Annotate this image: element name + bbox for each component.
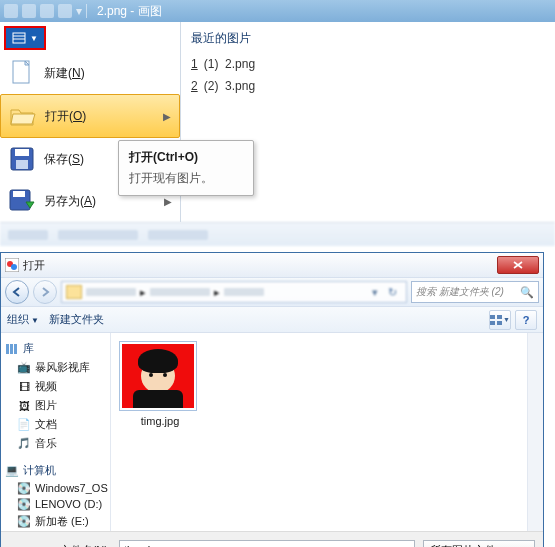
menu-label: 另存为(A) [44,193,96,210]
document-icon [12,32,26,44]
file-thumbnail [119,341,197,411]
recent-header: 最近的图片 [191,30,545,47]
svg-rect-0 [13,33,25,43]
avatar-face [141,359,175,393]
folder-icon [66,285,82,299]
paint-icon [4,4,18,18]
help-icon: ? [523,314,530,326]
svg-rect-12 [490,315,495,319]
redo-icon[interactable] [58,4,72,18]
dialog-toolbar: 组织▼ 新建文件夹 ▼ ? [1,307,543,333]
nav-tree[interactable]: 库 📺暴风影视库 🎞视频 🖼图片 📄文档 🎵音乐 💻计算机 💽Windows7_… [1,333,111,531]
paint-app-icon [5,258,19,272]
tooltip-body: 打开现有图片。 [129,170,243,187]
dialog-footer: 文件名(N): timg.jpg ▼ 所有图片文件 ▼ 打开(O) ▼ 取消 [1,531,543,547]
qat-dropdown-icon[interactable]: ▾ [76,4,82,18]
save-icon [8,145,36,173]
undo-icon[interactable] [40,4,54,18]
help-button[interactable]: ? [515,310,537,330]
close-button[interactable] [497,256,539,274]
nav-forward-button[interactable] [33,280,57,304]
tree-item[interactable]: 📄文档 [3,415,108,434]
search-icon: 🔍 [520,286,534,299]
submenu-arrow-icon: ▶ [164,196,172,207]
tree-item[interactable]: 📺暴风影视库 [3,358,108,377]
computer-icon: 💻 [5,465,19,477]
file-list[interactable]: timg.jpg [111,333,543,531]
documents-icon: 📄 [17,419,31,431]
file-name: timg.jpg [119,415,201,427]
close-icon [513,261,523,269]
tree-item[interactable]: 🎵音乐 [3,434,108,453]
svg-rect-16 [6,344,9,354]
arrow-right-icon [40,287,50,297]
chevron-down-icon: ▼ [30,34,38,43]
tree-item[interactable]: 💽LENOVO (D:) [3,496,108,512]
pictures-icon: 🖼 [17,400,31,412]
tree-computer[interactable]: 💻计算机 [3,461,108,480]
video-icon: 🎞 [17,381,31,393]
dialog-title: 打开 [23,258,45,273]
new-folder-button[interactable]: 新建文件夹 [49,312,104,327]
svg-rect-8 [13,191,25,197]
refresh-icon[interactable]: ↻ [382,286,402,299]
file-item[interactable]: timg.jpg [119,341,201,427]
svg-rect-6 [16,160,28,169]
filter-label: 所有图片文件 [430,543,496,548]
drive-icon: 💽 [17,516,31,528]
drive-icon: 💽 [17,482,31,494]
search-placeholder: 搜索 新建文件夹 (2) [416,285,504,299]
tree-item[interactable]: 💽新加卷 (E:) [3,512,108,531]
music-icon: 🎵 [17,438,31,450]
highlight-file-button: ▼ [4,26,46,50]
svg-rect-18 [14,344,17,354]
svg-rect-14 [490,321,495,325]
open-dialog: 打开 ▸ ▸ ▾ ↻ 搜索 新建文件夹 (2) 🔍 组织▼ 新建文件夹 ▼ ? [0,252,544,547]
library-icon [5,343,19,355]
search-input[interactable]: 搜索 新建文件夹 (2) 🔍 [411,281,539,303]
tree-library[interactable]: 库 [3,339,108,358]
tree-item[interactable]: 🎞视频 [3,377,108,396]
address-dropdown-icon[interactable]: ▾ [372,286,378,299]
tree-item[interactable]: 🖼图片 [3,396,108,415]
menu-item-new[interactable]: 新建(N) [0,52,180,94]
svg-rect-15 [497,321,502,325]
open-folder-icon [9,102,37,130]
thumbnails-icon [490,315,502,325]
view-mode-button[interactable]: ▼ [489,310,511,330]
submenu-arrow-icon: ▶ [163,111,171,122]
blurred-content [0,222,555,246]
paint-titlebar: ▾ 2.png - 画图 [0,0,555,22]
save-icon[interactable] [22,4,36,18]
filename-label: 文件名(N): [9,543,111,548]
recent-item[interactable]: 1(1) 2.png [191,57,545,71]
svg-rect-17 [10,344,13,354]
file-type-filter[interactable]: 所有图片文件 ▼ [423,540,535,547]
video-lib-icon: 📺 [17,362,31,374]
drive-icon: 💽 [17,498,31,510]
svg-rect-5 [15,149,29,156]
new-file-icon [8,59,36,87]
arrow-left-icon [12,287,22,297]
save-as-icon [8,187,36,215]
menu-label: 新建(N) [44,65,85,82]
menu-label: 保存(S) [44,151,84,168]
address-bar[interactable]: ▸ ▸ ▾ ↻ [61,281,407,303]
tooltip-open: 打开(Ctrl+O) 打开现有图片。 [118,140,254,196]
recent-item[interactable]: 2(2) 3.png [191,79,545,93]
filename-input[interactable]: timg.jpg ▼ [119,540,415,547]
organize-button[interactable]: 组织▼ [7,312,39,327]
file-menu-button[interactable]: ▼ [6,28,44,48]
menu-item-open[interactable]: 打开(O) ▶ [0,94,180,138]
menu-label: 打开(O) [45,108,86,125]
tree-item[interactable]: 💽Windows7_OS ( [3,480,108,496]
scrollbar[interactable] [527,333,543,531]
svg-rect-13 [497,315,502,319]
tooltip-title: 打开(Ctrl+O) [129,149,243,166]
nav-back-button[interactable] [5,280,29,304]
dialog-titlebar: 打开 [1,253,543,277]
dialog-nav-bar: ▸ ▸ ▾ ↻ 搜索 新建文件夹 (2) 🔍 [1,277,543,307]
svg-point-11 [11,264,17,270]
window-title: 2.png - 画图 [97,3,162,20]
